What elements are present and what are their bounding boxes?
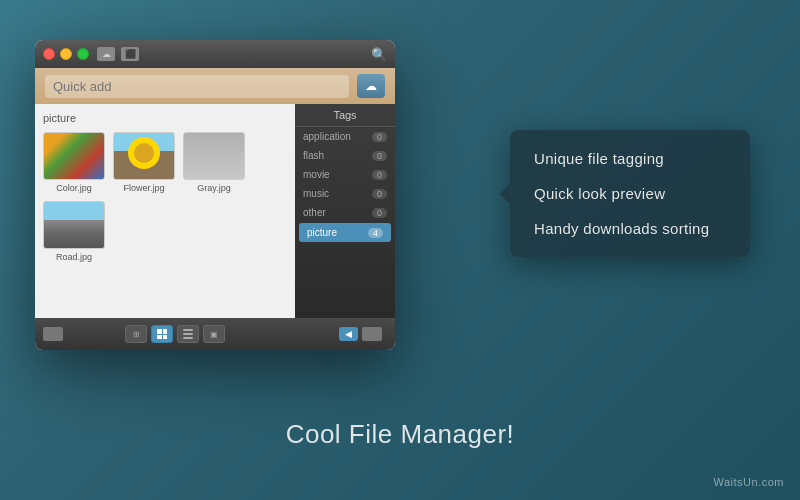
file-label: Gray.jpg xyxy=(197,183,230,193)
tag-label: application xyxy=(303,131,351,142)
maximize-button[interactable] xyxy=(77,48,89,60)
feature-item-1: Unique file tagging xyxy=(534,150,726,167)
search-icon[interactable]: 🔍 xyxy=(371,47,387,62)
file-label: Road.jpg xyxy=(56,252,92,262)
thumbnail-item[interactable]: Color.jpg xyxy=(43,132,105,193)
tag-count: 0 xyxy=(372,132,387,142)
list-icon xyxy=(183,329,193,339)
toolbar-right: ◀ xyxy=(339,327,387,341)
bottom-toolbar: ⊞ ▣ ◀ xyxy=(35,318,395,350)
tag-label: movie xyxy=(303,169,330,180)
window-controls xyxy=(43,48,89,60)
file-label: Flower.jpg xyxy=(123,183,164,193)
tag-count: 4 xyxy=(368,228,383,238)
thumbnail-gray xyxy=(183,132,245,180)
tag-count: 0 xyxy=(372,208,387,218)
tag-count: 0 xyxy=(372,151,387,161)
feature-callout: Unique file tagging Quick look preview H… xyxy=(510,130,750,257)
preview-icon: ▣ xyxy=(210,330,218,339)
tag-item-flash[interactable]: flash 0 xyxy=(295,146,395,165)
app-window: ☁ ⬛ 🔍 ☁ picture Color.jpg Flower.jpg xyxy=(35,40,395,350)
grid-plus-icon: ⊞ xyxy=(133,330,140,339)
feature-item-3: Handy downloads sorting xyxy=(534,220,726,237)
view-btn-preview[interactable]: ▣ xyxy=(203,325,225,343)
close-button[interactable] xyxy=(43,48,55,60)
toolbar-left xyxy=(43,327,68,341)
tag-item-music[interactable]: music 0 xyxy=(295,184,395,203)
minimize-button[interactable] xyxy=(60,48,72,60)
tag-label: flash xyxy=(303,150,324,161)
tag-count: 0 xyxy=(372,170,387,180)
tag-label: music xyxy=(303,188,329,199)
files-area: picture Color.jpg Flower.jpg Gray.jpg Ro… xyxy=(35,104,295,318)
tag-item-application[interactable]: application 0 xyxy=(295,127,395,146)
thumbnail-item[interactable]: Gray.jpg xyxy=(183,132,245,193)
back-icon: ◀ xyxy=(345,329,352,339)
tag-item-movie[interactable]: movie 0 xyxy=(295,165,395,184)
file-label: Color.jpg xyxy=(56,183,92,193)
grid-icon xyxy=(157,329,167,339)
quick-add-input[interactable] xyxy=(45,75,349,98)
tag-label: picture xyxy=(307,227,337,238)
view-btn-grid-plus[interactable]: ⊞ xyxy=(125,325,147,343)
tag-item-other[interactable]: other 0 xyxy=(295,203,395,222)
tag-item-picture[interactable]: picture 4 xyxy=(299,223,391,242)
thumbnails-grid: Color.jpg Flower.jpg Gray.jpg Road.jpg xyxy=(43,132,287,262)
section-label: picture xyxy=(43,112,287,124)
content-area: picture Color.jpg Flower.jpg Gray.jpg Ro… xyxy=(35,104,395,318)
view-btn-list[interactable] xyxy=(177,325,199,343)
tags-sidebar: Tags application 0 flash 0 movie 0 music… xyxy=(295,104,395,318)
upload-icon: ☁ xyxy=(365,79,377,93)
thumbnail-item[interactable]: Road.jpg xyxy=(43,201,105,262)
back-button[interactable]: ◀ xyxy=(339,327,358,341)
thumbnail-road xyxy=(43,201,105,249)
tags-header: Tags xyxy=(295,104,395,127)
thumbnail-color xyxy=(43,132,105,180)
title-icons: ☁ ⬛ xyxy=(97,47,139,61)
thumbnail-flower xyxy=(113,132,175,180)
quick-add-bar: ☁ xyxy=(35,68,395,104)
feature-item-2: Quick look preview xyxy=(534,185,726,202)
tag-icon: ⬛ xyxy=(121,47,139,61)
folder-icon xyxy=(43,327,63,341)
cloud-icon: ☁ xyxy=(97,47,115,61)
tag-count: 0 xyxy=(372,189,387,199)
view-btn-grid[interactable] xyxy=(151,325,173,343)
upload-button[interactable]: ☁ xyxy=(357,74,385,98)
tag-label: other xyxy=(303,207,326,218)
thumbnail-item[interactable]: Flower.jpg xyxy=(113,132,175,193)
info-icon xyxy=(362,327,382,341)
main-tagline: Cool File Manager! xyxy=(0,419,800,450)
watermark: WaitsUn.com xyxy=(714,476,785,488)
title-bar: ☁ ⬛ 🔍 xyxy=(35,40,395,68)
toolbar-center: ⊞ ▣ xyxy=(125,325,225,343)
